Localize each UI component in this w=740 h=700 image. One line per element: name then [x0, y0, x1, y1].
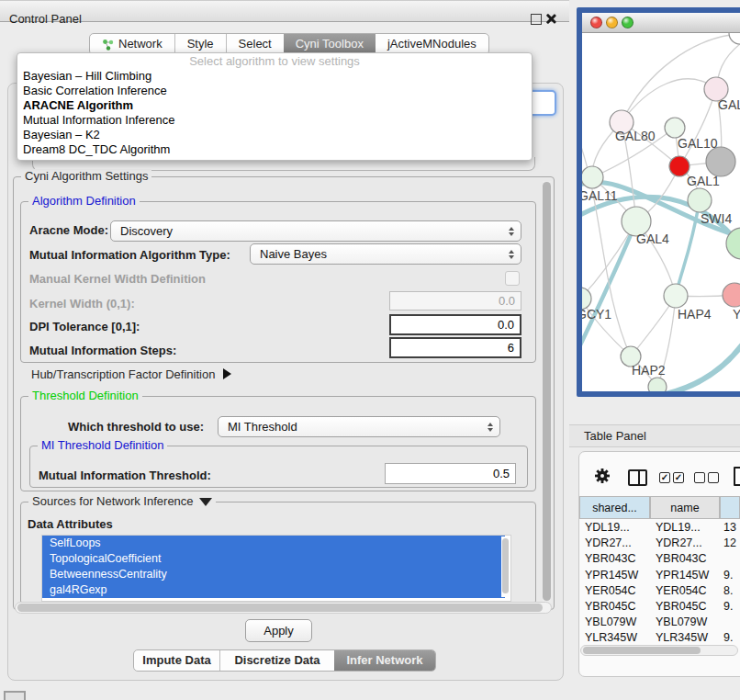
table-cell: 9. — [723, 630, 733, 645]
tab-network[interactable]: Network — [90, 34, 174, 54]
select-all-checkbox-icon[interactable]: ✓ — [673, 472, 684, 483]
mi-threshold-label: Mutual Information Threshold: — [39, 469, 211, 482]
table-cell: YDR27... — [656, 536, 702, 551]
settings-gear-icon[interactable] — [594, 468, 611, 484]
network-node[interactable] — [664, 284, 688, 308]
manual-kernel-label: Manual Kernel Width Definition — [29, 272, 206, 286]
mi-type-select[interactable]: Naive Bayes — [250, 243, 521, 265]
table-cell: 9. — [723, 568, 733, 583]
network-node[interactable] — [665, 118, 685, 138]
table-horizontal-scrollbar[interactable] — [580, 645, 738, 656]
tab-jactivemnodules[interactable]: jActiveMNodules — [376, 34, 488, 54]
hub-definition-label: Hub/Transcription Factor Definition — [31, 367, 215, 381]
node-table[interactable]: YDL19...YDL19...13YDR27...YDR27...12YBR0… — [579, 520, 740, 645]
table-cell: 13 — [723, 520, 736, 536]
dpi-tolerance-label: DPI Tolerance [0,1]: — [29, 320, 140, 333]
apply-button[interactable]: Apply — [245, 619, 312, 642]
tab-label: Select — [239, 34, 272, 54]
apply-label: Apply — [263, 624, 294, 638]
deselect-all-checkbox-icon[interactable] — [694, 472, 705, 483]
network-node[interactable] — [648, 378, 667, 391]
node-label: GAL4 — [636, 231, 669, 246]
group-title: Threshold Definition — [28, 389, 142, 402]
tab-label: jActiveMNodules — [387, 34, 477, 54]
algorithm-option[interactable]: Bayesian – Hill Climbing — [17, 69, 532, 84]
table-row[interactable]: YPR145WYPR145W9. — [579, 568, 740, 583]
stepper-arrows-icon — [488, 423, 493, 432]
network-node[interactable] — [582, 166, 603, 188]
minimize-traffic-light[interactable] — [606, 17, 618, 28]
network-node[interactable] — [723, 283, 740, 307]
algorithm-option[interactable]: Mutual Information Inference — [17, 113, 532, 128]
table-row[interactable]: YDR27...YDR27...12 — [579, 536, 740, 551]
settings-vertical-scrollbar[interactable] — [543, 181, 552, 603]
tab-style[interactable]: Style — [174, 34, 226, 54]
tab-discretize-data[interactable]: Discretize Data — [219, 650, 334, 671]
node-label: HAP4 — [678, 307, 712, 322]
network-window-titlebar[interactable] — [582, 13, 740, 33]
column-header-shared-name[interactable]: shared... — [579, 496, 650, 519]
settings-horizontal-scrollbar[interactable] — [15, 602, 552, 614]
node-label: HAP2 — [632, 363, 666, 378]
minimized-panel-icon[interactable] — [4, 691, 26, 700]
hub-definition-toggle[interactable]: Hub/Transcription Factor Definition — [31, 367, 231, 381]
table-row[interactable]: YLR345WYLR345W9. — [579, 630, 740, 645]
data-attributes-label: Data Attributes — [28, 517, 113, 531]
tab-select[interactable]: Select — [226, 34, 284, 54]
tab-label: Network — [118, 34, 163, 54]
algorithm-option[interactable]: Basic Correlation Inference — [17, 84, 532, 98]
table-row[interactable]: YER054CYER054C8. — [579, 583, 740, 599]
algorithm-option[interactable]: Bayesian – K2 — [17, 128, 532, 142]
table-row[interactable]: YBR043CYBR043C — [579, 551, 740, 567]
network-icon — [102, 39, 114, 51]
network-view-window[interactable]: GALGAL80GAL10GAL1GAL11SWI4GAL4GCY1HAP4YH… — [577, 7, 740, 397]
attribute-item[interactable]: TopologicalCoefficient — [42, 551, 505, 567]
kernel-width-input[interactable]: 0.0 — [389, 291, 521, 310]
close-traffic-light[interactable] — [590, 17, 602, 28]
input-value: 0.0 — [499, 294, 515, 308]
table-cell: YER054C — [585, 583, 636, 599]
attribute-item[interactable]: SelfLoops — [42, 536, 505, 551]
combo-value: Discovery — [120, 224, 173, 238]
export-table-icon[interactable] — [734, 467, 740, 486]
tab-cyni-toolbox[interactable]: Cyni Toolbox — [284, 34, 376, 54]
column-header-cut[interactable] — [720, 496, 740, 519]
table-cell: YER054C — [656, 583, 707, 599]
node-label: GAL — [718, 97, 740, 112]
deselect-all-checkbox-icon[interactable] — [708, 472, 719, 483]
network-node[interactable] — [729, 33, 740, 44]
zoom-traffic-light[interactable] — [622, 17, 633, 28]
mi-threshold-input[interactable]: 0.5 — [385, 463, 516, 484]
column-header-name[interactable]: name — [650, 496, 720, 519]
group-title: Algorithm Definition — [28, 194, 140, 208]
algorithm-option[interactable]: ARACNE Algorithm — [17, 98, 532, 113]
table-cell: YPR145W — [585, 568, 638, 583]
aracne-mode-select[interactable]: Discovery — [110, 220, 521, 242]
show-columns-icon[interactable] — [628, 469, 647, 486]
select-all-checkbox-icon[interactable]: ✓ — [659, 472, 670, 483]
data-attributes-list[interactable]: SelfLoopsTopologicalCoefficientBetweenne… — [41, 535, 511, 602]
close-panel-icon[interactable] — [544, 13, 556, 25]
dpi-tolerance-input[interactable]: 0.0 — [389, 314, 521, 335]
tab-impute-data[interactable]: Impute Data — [134, 650, 219, 671]
which-threshold-select[interactable]: MI Threshold — [218, 416, 500, 437]
manual-kernel-checkbox[interactable] — [505, 271, 520, 286]
tab-infer-network[interactable]: Infer Network — [334, 650, 435, 671]
attributes-scrollbar[interactable] — [501, 536, 510, 597]
attribute-item[interactable]: gal4RGexp — [42, 582, 505, 598]
network-node[interactable] — [688, 188, 712, 212]
table-row[interactable]: YBR045CYBR045C9. — [579, 599, 740, 615]
algorithm-option[interactable]: Dream8 DC_TDC Algorithm — [17, 142, 532, 157]
mi-steps-input[interactable]: 6 — [389, 337, 521, 358]
table-row[interactable]: YDL19...YDL19...13 — [579, 520, 740, 536]
network-canvas[interactable]: GALGAL80GAL10GAL1GAL11SWI4GAL4GCY1HAP4YH… — [582, 33, 740, 391]
network-node[interactable] — [706, 147, 735, 176]
network-edge[interactable] — [622, 79, 716, 122]
table-cell: YLR345W — [656, 630, 708, 645]
float-panel-icon[interactable] — [531, 14, 542, 25]
table-cell: YDL19... — [585, 520, 630, 536]
attribute-item[interactable]: BetweennessCentrality — [42, 567, 505, 582]
sources-toggle[interactable]: Sources for Network Inference — [28, 494, 216, 508]
table-row[interactable]: YBL079WYBL079W — [579, 615, 740, 630]
kernel-width-label: Kernel Width (0,1): — [29, 297, 135, 310]
